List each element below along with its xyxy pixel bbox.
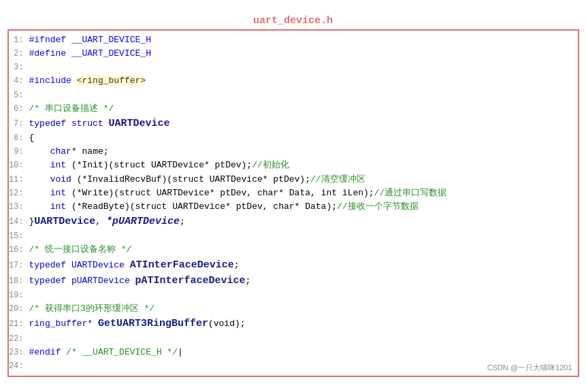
line-number: 4: [9,75,29,88]
code-segment: typedef pUARTDevice [29,276,135,286]
line-number: 17: [9,259,29,272]
code-segment: pATInterfaceDevice [135,275,246,287]
line-number: 13: [9,201,29,214]
line-content: /* 获得串口3的环形缓冲区 */ [29,302,578,316]
code-line: 23:#endif /* __UART_DEVICE_H */| [9,346,578,359]
code-line: 17:typedef UARTDevice ATInterFaceDevice; [9,257,578,273]
code-segment: UARTDevice [34,216,95,227]
code-segment: ; [246,276,251,286]
line-number: 10: [9,159,29,172]
code-line: 21:ring_buffer* GetUART3RingBuffer(void)… [9,316,578,331]
code-segment: char [29,146,71,157]
code-line: 2:#define __UART_DEVICE_H [9,47,578,61]
code-segment: ; [180,216,185,227]
code-segment: { [29,133,35,143]
code-line: 5: [9,88,578,102]
code-line: 12: int (*Write)(struct UARTDevice* ptDe… [9,186,578,200]
code-segment: /* 串口设备描述 */ [29,103,114,114]
code-segment: * name; [71,146,109,157]
line-content: }UARTDevice, *pUARTDevice; [29,214,578,229]
line-number: 1: [9,34,29,47]
line-content: #ifndef __UART_DEVICE_H [29,33,578,47]
code-segment: //初始化 [252,160,289,170]
line-number: 20: [9,303,29,316]
code-segment: *pUARTDevice [106,216,180,227]
code-segment: , [95,216,106,227]
code-line: 22: [9,332,578,346]
code-segment: (*ReadByte)(struct UARTDevice* ptDev, ch… [71,201,337,212]
code-segment: //通过串口写数据 [374,188,447,198]
line-content: void (*InvalidRecvBuf)(struct UARTDevice… [29,173,578,186]
code-line: 15: [9,229,578,243]
line-number: 12: [9,187,29,200]
line-number: 3: [9,61,29,74]
code-segment: typedef struct [29,118,109,129]
line-number: 24: [9,360,29,373]
line-content: typedef struct UARTDevice [29,116,578,131]
code-line: 3: [9,61,578,74]
code-line: 20:/* 获得串口3的环形缓冲区 */ [9,302,578,316]
line-number: 18: [9,275,29,288]
line-content: int (*ReadByte)(struct UARTDevice* ptDev… [29,200,578,214]
line-content: /* 串口设备描述 */ [29,102,578,116]
line-content [29,61,578,74]
line-content: typedef UARTDevice ATInterFaceDevice; [29,257,578,273]
line-number: 8: [9,132,29,145]
watermark: CSDN @一只大喵咪1201 [487,363,572,373]
code-line: 11: void (*InvalidRecvBuf)(struct UARTDe… [9,173,578,186]
code-container: 1:#ifndef __UART_DEVICE_H2:#define __UAR… [7,29,579,377]
code-line: 4:#include <ring_buffer> [9,74,578,88]
code-line: 14:}UARTDevice, *pUARTDevice; [9,214,578,229]
code-segment: (*InvalidRecvBuf)(struct UARTDevice* ptD… [77,174,310,184]
code-segment: UARTDevice [109,118,170,129]
line-content: char* name; [29,145,578,159]
code-segment: /* 统一接口设备名称 */ [29,244,132,255]
line-number: 22: [9,333,29,346]
line-content: int (*Write)(struct UARTDevice* ptDev, c… [29,186,578,200]
line-number: 7: [9,118,29,131]
line-content: typedef pUARTDevice pATInterfaceDevice; [29,273,578,289]
code-segment: | [178,347,183,357]
code-segment: /* 获得串口3的环形缓冲区 */ [29,304,155,314]
code-segment: ; [234,260,240,270]
code-segment: #define __UART_DEVICE_H [29,48,151,59]
code-segment: #ifndef __UART_DEVICE_H [29,35,151,45]
code-line: 1:#ifndef __UART_DEVICE_H [9,33,578,47]
line-number: 16: [9,244,29,257]
code-segment: (*Init)(struct UARTDevice* ptDev); [71,160,252,170]
line-number: 11: [9,174,29,186]
line-content: ring_buffer* GetUART3RingBuffer(void); [29,316,578,331]
line-number: 14: [9,216,29,229]
code-segment: int [29,160,71,170]
line-number: 15: [9,230,29,243]
code-segment: int [29,201,71,212]
code-segment: //接收一个字节数据 [337,201,419,212]
code-line: 6:/* 串口设备描述 */ [9,102,578,116]
code-segment: /* __UART_DEVICE_H */ [66,347,178,357]
line-content: { [29,131,578,145]
code-segment: (*Write)(struct UARTDevice* ptDev, char*… [71,188,374,198]
code-segment: #include [29,76,77,86]
line-content [29,289,578,302]
line-number: 23: [9,346,29,359]
line-content: #include <ring_buffer> [29,74,578,88]
code-line: 9: char* name; [9,145,578,159]
code-line: 8:{ [9,131,578,145]
code-line: 18:typedef pUARTDevice pATInterfaceDevic… [9,273,578,289]
line-number: 9: [9,146,29,159]
code-segment: void [29,174,77,184]
line-content [29,88,578,102]
code-line: 19: [9,289,578,302]
code-line: 16:/* 统一接口设备名称 */ [9,243,578,257]
code-segment: typedef UARTDevice [29,260,130,270]
code-segment: //清空缓冲区 [310,174,365,184]
code-line: 10: int (*Init)(struct UARTDevice* ptDev… [9,159,578,172]
line-number: 19: [9,289,29,302]
line-content: #define __UART_DEVICE_H [29,47,578,61]
line-content [29,229,578,243]
line-number: 6: [9,103,29,116]
code-segment: int [29,188,71,198]
line-content [29,332,578,346]
line-number: 21: [9,318,29,331]
code-segment: #endif [29,347,67,357]
